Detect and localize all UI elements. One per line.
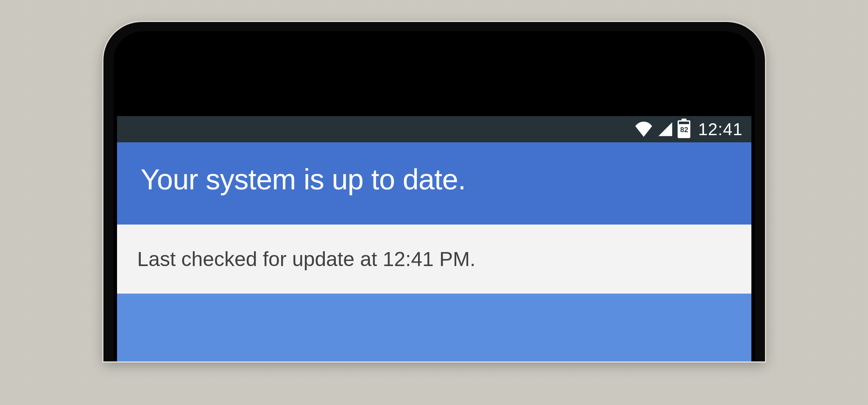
cell-signal-icon (657, 122, 673, 137)
action-bar[interactable] (117, 294, 751, 361)
status-clock: 12:41 (698, 120, 742, 139)
last-checked-text: Last checked for update at 12:41 PM. (137, 247, 731, 271)
wifi-icon (634, 122, 653, 137)
screen: 82 12:41 Your system is up to date. Last… (117, 116, 751, 361)
last-checked-card: Last checked for update at 12:41 PM. (117, 225, 751, 294)
update-header: Your system is up to date. (117, 142, 751, 225)
status-bar[interactable]: 82 12:41 (117, 116, 751, 142)
phone-frame: 82 12:41 Your system is up to date. Last… (103, 22, 765, 361)
battery-level: 82 (680, 126, 688, 134)
battery-icon: 82 (678, 120, 690, 138)
update-title: Your system is up to date. (141, 163, 728, 196)
